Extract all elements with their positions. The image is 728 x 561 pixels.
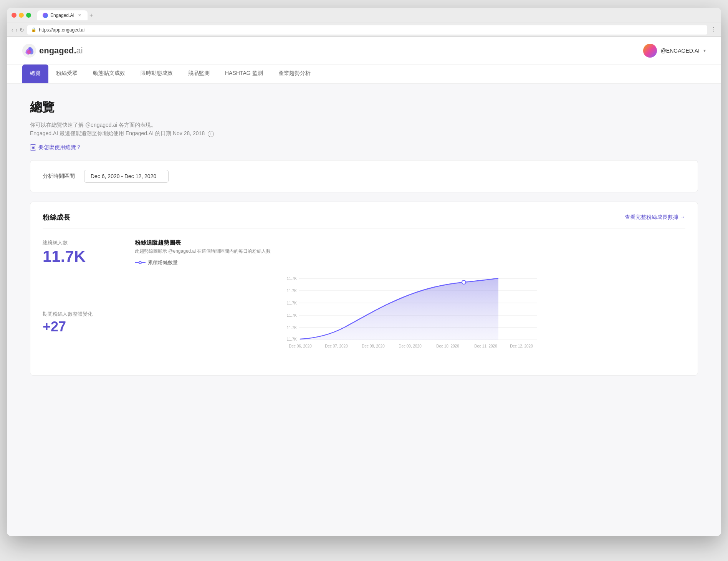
page-title: 總覽 bbox=[30, 99, 698, 116]
address-bar[interactable]: 🔒 https://app.engaged.ai bbox=[27, 25, 707, 35]
svg-text:11.7K: 11.7K bbox=[287, 276, 297, 281]
help-link[interactable]: ▣ 要怎麼使用總覽？ bbox=[30, 144, 698, 151]
stats-change-section: 期間粉絲人數整體變化 +27 bbox=[43, 311, 119, 334]
stats-panel: 總粉絲人數 11.7K 期間粉絲人數整體變化 +27 bbox=[43, 239, 119, 364]
url-text: https://app.engaged.ai bbox=[39, 27, 84, 33]
close-button[interactable] bbox=[12, 13, 17, 18]
total-fans-value: 11.7K bbox=[43, 248, 119, 265]
section-body: 總粉絲人數 11.7K 期間粉絲人數整體變化 +27 粉絲追蹤趨勢圖表 此趨勢線… bbox=[43, 239, 685, 364]
legend-label: 累積粉絲數量 bbox=[148, 259, 178, 266]
nav-item-hashtag[interactable]: HASHTAG 監測 bbox=[217, 65, 271, 83]
browser-more-button[interactable]: ⋮ bbox=[710, 26, 716, 33]
logo-icon bbox=[22, 44, 36, 58]
forward-button[interactable]: › bbox=[16, 27, 18, 33]
refresh-button[interactable]: ↻ bbox=[20, 27, 24, 33]
traffic-lights bbox=[12, 13, 31, 18]
date-range-label: 分析時間區間 bbox=[43, 173, 75, 180]
help-link-icon: ▣ bbox=[30, 144, 36, 151]
nav-item-competitors[interactable]: 競品監測 bbox=[180, 65, 217, 83]
nav-item-industry[interactable]: 產業趨勢分析 bbox=[271, 65, 318, 83]
browser-nav: ‹ › ↻ bbox=[12, 27, 24, 33]
browser-window: Engaged.AI ✕ + ‹ › ↻ 🔒 https://app.engag… bbox=[7, 8, 721, 536]
new-tab-button[interactable]: + bbox=[88, 12, 95, 19]
page-desc-line2: Engaged.AI 最遠僅能追溯至你開始使用 Engaged.AI 的日期 N… bbox=[30, 129, 698, 137]
user-area[interactable]: @ENGAGED.AI ▾ bbox=[643, 44, 706, 58]
svg-text:11.7K: 11.7K bbox=[287, 337, 297, 341]
legend-dot bbox=[139, 261, 142, 264]
chevron-down-icon: ▾ bbox=[703, 48, 706, 53]
chart-desc: 此趨勢線圖顯示 @engaged.ai 在這個時間區間內的每日的粉絲人數 bbox=[135, 248, 685, 255]
minimize-button[interactable] bbox=[19, 13, 24, 18]
svg-text:Dec 11, 2020: Dec 11, 2020 bbox=[474, 344, 497, 348]
svg-text:Dec 08, 2020: Dec 08, 2020 bbox=[362, 344, 385, 348]
logo-area: engaged.ai bbox=[22, 44, 83, 58]
nav-item-stories[interactable]: 限時動態成效 bbox=[133, 65, 180, 83]
svg-text:Dec 06, 2020: Dec 06, 2020 bbox=[289, 344, 312, 348]
total-fans-label: 總粉絲人數 bbox=[43, 239, 119, 246]
svg-text:Dec 09, 2020: Dec 09, 2020 bbox=[399, 344, 422, 348]
section-link[interactable]: 查看完整粉絲成長數據 → bbox=[625, 214, 685, 221]
svg-text:11.7K: 11.7K bbox=[287, 313, 297, 318]
tab-title: Engaged.AI bbox=[50, 13, 74, 18]
page-desc-line1: 你可以在總覽快速了解 @engaged.ai 各方面的表現。 bbox=[30, 121, 698, 129]
section-header: 粉絲成長 查看完整粉絲成長數據 → bbox=[43, 213, 685, 228]
nav-item-audience[interactable]: 粉絲受眾 bbox=[48, 65, 85, 83]
chart-svg-container: 11.7K 11.7K 11.7K 11.7K 11.7K 11.7K bbox=[135, 271, 685, 364]
maximize-button[interactable] bbox=[26, 13, 31, 18]
user-avatar bbox=[643, 44, 657, 58]
main-content: 總覽 你可以在總覽快速了解 @engaged.ai 各方面的表現。 Engage… bbox=[7, 84, 721, 391]
tab-favicon bbox=[43, 13, 48, 18]
svg-text:Dec 12, 2020: Dec 12, 2020 bbox=[510, 344, 533, 348]
user-name: @ENGAGED.AI bbox=[661, 48, 700, 54]
date-range-section: 分析時間區間 Dec 6, 2020 - Dec 12, 2020 bbox=[30, 160, 698, 192]
tab-bar: Engaged.AI ✕ + bbox=[37, 10, 716, 20]
svg-text:Dec 07, 2020: Dec 07, 2020 bbox=[325, 344, 348, 348]
tab-close-button[interactable]: ✕ bbox=[77, 13, 82, 18]
svg-text:11.7K: 11.7K bbox=[287, 289, 297, 293]
chart-legend: 累積粉絲數量 bbox=[135, 259, 685, 266]
svg-text:Dec 10, 2020: Dec 10, 2020 bbox=[436, 344, 459, 348]
chart-title: 粉絲追蹤趨勢圖表 bbox=[135, 239, 685, 247]
svg-text:11.7K: 11.7K bbox=[287, 301, 297, 305]
browser-tab[interactable]: Engaged.AI ✕ bbox=[37, 10, 88, 20]
nav-item-overview[interactable]: 總覽 bbox=[22, 65, 48, 83]
chart-area: 粉絲追蹤趨勢圖表 此趨勢線圖顯示 @engaged.ai 在這個時間區間內的每日… bbox=[135, 239, 685, 364]
nav-item-posts[interactable]: 動態貼文成效 bbox=[85, 65, 133, 83]
fan-growth-section: 粉絲成長 查看完整粉絲成長數據 → 總粉絲人數 11.7K 期間粉絲人數整體變化… bbox=[30, 202, 698, 376]
svg-text:11.7K: 11.7K bbox=[287, 326, 297, 330]
browser-titlebar: Engaged.AI ✕ + bbox=[7, 8, 721, 23]
chart-datapoint bbox=[462, 280, 466, 284]
info-icon: i bbox=[208, 131, 214, 137]
app-nav: 總覽 粉絲受眾 動態貼文成效 限時動態成效 競品監測 HASHTAG 監測 產業… bbox=[7, 65, 721, 84]
app-header: engaged.ai @ENGAGED.AI ▾ bbox=[7, 37, 721, 65]
section-title: 粉絲成長 bbox=[43, 213, 70, 222]
app-content: engaged.ai @ENGAGED.AI ▾ 總覽 粉絲受眾 動態貼文成效 … bbox=[7, 37, 721, 536]
change-value: +27 bbox=[43, 320, 119, 334]
back-button[interactable]: ‹ bbox=[12, 27, 13, 33]
browser-addressbar: ‹ › ↻ 🔒 https://app.engaged.ai ⋮ bbox=[7, 23, 721, 37]
change-label: 期間粉絲人數整體變化 bbox=[43, 311, 119, 318]
chart-svg: 11.7K 11.7K 11.7K 11.7K 11.7K 11.7K bbox=[135, 271, 685, 363]
date-range-input[interactable]: Dec 6, 2020 - Dec 12, 2020 bbox=[84, 170, 169, 183]
logo-text: engaged.ai bbox=[39, 46, 83, 56]
